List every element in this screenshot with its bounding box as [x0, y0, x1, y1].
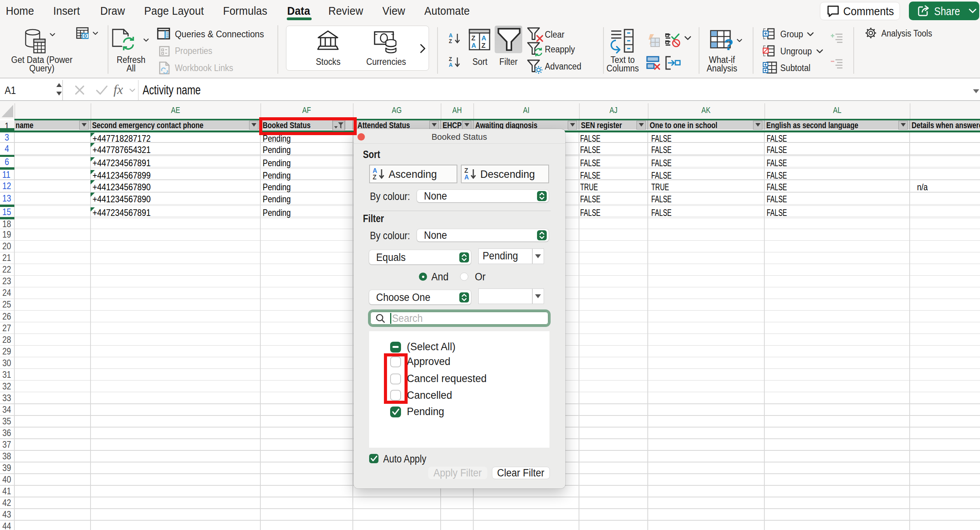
- svg-text:Z: Z: [464, 167, 468, 174]
- svg-text:A: A: [481, 35, 486, 42]
- svg-text:Z: Z: [471, 35, 475, 42]
- svg-text:A: A: [449, 61, 453, 68]
- svg-text:A: A: [471, 42, 476, 49]
- svg-text:Z: Z: [449, 38, 452, 44]
- svg-text:A: A: [373, 167, 377, 174]
- svg-text:Z: Z: [373, 174, 377, 181]
- svg-text:Z: Z: [481, 42, 485, 49]
- svg-text:A: A: [464, 174, 469, 181]
- svg-text:?: ?: [724, 36, 733, 52]
